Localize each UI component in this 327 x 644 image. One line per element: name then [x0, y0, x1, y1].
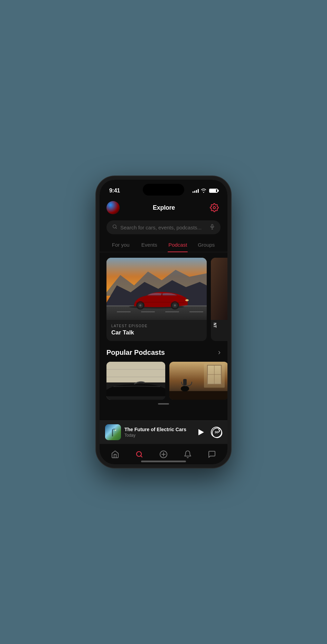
tab-groups[interactable]: Groups	[192, 238, 221, 252]
podcast-card-1[interactable]	[106, 362, 165, 400]
latest-episode-section: LATEST EPISODE Car Talk	[100, 252, 227, 341]
peek-label-t: T	[213, 325, 217, 328]
peek-label-n: N	[213, 323, 217, 325]
phone-frame: 9:41	[96, 176, 231, 468]
home-icon	[111, 450, 119, 458]
scroll-indicator	[100, 400, 227, 405]
play-icon	[198, 429, 204, 435]
svg-point-42	[115, 429, 116, 431]
svg-rect-22	[211, 258, 227, 320]
episode-card-main[interactable]: LATEST EPISODE Car Talk	[106, 258, 207, 341]
play-button[interactable]	[194, 426, 207, 438]
episode-card-peek[interactable]: N T	[211, 258, 227, 341]
popular-podcasts-header: Popular Podcasts ›	[100, 341, 227, 362]
tabs-bar: For you Events Podcast Groups	[100, 238, 227, 252]
search-icon	[112, 224, 118, 231]
mini-player: The Future of Electric Cars Today 30	[100, 420, 227, 444]
svg-rect-11	[141, 311, 155, 312]
search-input[interactable]: Search for cars, events, podcasts...	[120, 225, 207, 230]
header: Explore	[100, 197, 227, 218]
nav-search[interactable]	[130, 448, 149, 461]
player-thumbnail	[105, 424, 121, 440]
nav-home[interactable]	[105, 448, 125, 461]
player-controls: 30	[194, 426, 222, 438]
nav-add[interactable]	[154, 448, 173, 461]
status-icons	[193, 189, 218, 193]
svg-rect-2	[212, 224, 213, 227]
avatar[interactable]	[106, 201, 120, 214]
svg-rect-24	[106, 362, 165, 386]
latest-episode-label: LATEST EPISODE	[111, 324, 202, 328]
episode-hero-image	[106, 258, 207, 320]
svg-point-20	[174, 304, 176, 306]
episode-info: LATEST EPISODE Car Talk	[106, 320, 207, 341]
peek-image	[211, 258, 227, 320]
bell-icon	[184, 450, 192, 458]
peek-info: N T	[211, 320, 227, 331]
battery-fill	[210, 189, 216, 192]
episode-cards-row: LATEST EPISODE Car Talk	[106, 258, 227, 341]
search-nav-icon	[135, 450, 143, 458]
popular-podcasts-title: Popular Podcasts	[106, 349, 165, 357]
status-time: 9:41	[109, 188, 120, 194]
avatar-image	[106, 201, 120, 214]
add-icon	[159, 450, 168, 458]
svg-rect-12	[165, 311, 179, 312]
forward-30-button[interactable]: 30	[211, 427, 222, 438]
svg-rect-10	[117, 311, 131, 312]
svg-point-17	[139, 304, 141, 306]
nav-messages[interactable]	[202, 448, 222, 461]
player-subtitle: Today	[124, 433, 191, 438]
scroll-dot	[158, 403, 169, 405]
message-icon	[208, 450, 216, 458]
settings-button[interactable]	[208, 201, 221, 214]
signal-icon	[193, 189, 199, 193]
svg-rect-37	[183, 379, 187, 385]
forward-label: 30	[215, 430, 218, 434]
player-info: The Future of Electric Cars Today	[124, 427, 191, 438]
podcast-card-2[interactable]	[169, 362, 227, 400]
svg-point-21	[185, 299, 189, 301]
svg-rect-13	[189, 311, 203, 312]
tab-events[interactable]: Events	[135, 238, 164, 252]
gear-icon	[210, 203, 219, 212]
svg-rect-34	[169, 391, 227, 400]
podcast-cards-row	[100, 362, 227, 400]
home-indicator	[141, 461, 186, 462]
see-more-button[interactable]: ›	[218, 348, 221, 357]
player-title: The Future of Electric Cars	[124, 427, 191, 432]
tab-for-you[interactable]: For you	[106, 238, 135, 252]
latest-episode-title: Car Talk	[111, 329, 202, 336]
nav-notifications[interactable]	[178, 448, 197, 461]
mic-icon[interactable]	[209, 224, 215, 231]
page-title: Explore	[153, 204, 175, 211]
tab-podcast[interactable]: Podcast	[164, 238, 192, 252]
battery-icon	[209, 189, 218, 193]
screen: 9:41	[100, 180, 227, 464]
svg-point-35	[181, 386, 189, 391]
svg-rect-41	[112, 429, 113, 436]
wifi-icon	[201, 189, 206, 193]
search-bar[interactable]: Search for cars, events, podcasts...	[106, 220, 221, 234]
svg-point-0	[213, 207, 216, 209]
dynamic-island	[143, 184, 184, 196]
